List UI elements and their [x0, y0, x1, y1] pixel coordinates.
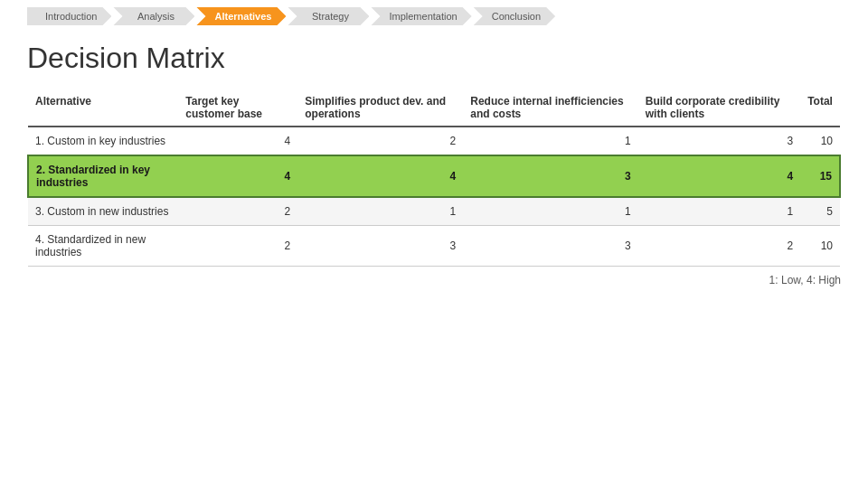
nav-label-conclusion: Conclusion: [492, 11, 541, 22]
nav-label-introduction: Introduction: [45, 11, 97, 22]
col-header-target-key: Target key customer base: [178, 89, 297, 127]
col-header-build-corporate: Build corporate credibility with clients: [638, 89, 800, 127]
cell-r0-c3: 1: [463, 127, 637, 155]
nav-label-implementation: Implementation: [389, 11, 457, 22]
cell-r1-c4: 4: [638, 155, 800, 197]
cell-r3-c4: 2: [638, 226, 800, 267]
cell-r3-c2: 3: [297, 226, 463, 267]
table-row: 1. Custom in key industries421310: [28, 127, 840, 155]
table-body: 1. Custom in key industries4213102. Stan…: [28, 127, 840, 267]
table-row: 3. Custom in new industries21115: [28, 197, 840, 226]
navigation: Introduction Analysis Alternatives Strat…: [0, 0, 868, 33]
cell-r1-c3: 3: [463, 155, 637, 197]
nav-item-alternatives[interactable]: Alternatives: [196, 7, 286, 25]
cell-r0-c0: 1. Custom in key industries: [28, 127, 178, 155]
cell-r3-c5: 10: [800, 226, 840, 267]
cell-r0-c5: 10: [800, 127, 840, 155]
col-header-simplifies-label: Simplifies product dev. and operations: [305, 95, 446, 120]
footer-note: 1: Low, 4: High: [0, 267, 868, 294]
cell-r1-c5: 15: [800, 155, 840, 197]
col-header-total: Total: [800, 89, 840, 127]
cell-r1-c0: 2. Standardized in key industries: [28, 155, 178, 197]
nav-item-strategy[interactable]: Strategy: [288, 7, 369, 25]
decision-matrix-table: Alternative Target key customer base Sim…: [0, 89, 868, 267]
table-row: 4. Standardized in new industries233210: [28, 226, 840, 267]
nav-label-alternatives: Alternatives: [214, 11, 271, 22]
nav-item-introduction[interactable]: Introduction: [27, 7, 111, 25]
col-header-reduce-internal-label: Reduce internal inefficiencies and costs: [470, 95, 623, 120]
nav-item-conclusion[interactable]: Conclusion: [474, 7, 555, 25]
page-title: Decision Matrix: [0, 33, 868, 89]
cell-r3-c3: 3: [463, 226, 637, 267]
footer-note-text: 1: Low, 4: High: [769, 274, 841, 286]
cell-r2-c4: 1: [638, 197, 800, 226]
cell-r2-c2: 1: [297, 197, 463, 226]
cell-r2-c3: 1: [463, 197, 637, 226]
cell-r2-c5: 5: [800, 197, 840, 226]
col-header-simplifies: Simplifies product dev. and operations: [297, 89, 463, 127]
col-header-target-key-label: Target key customer base: [185, 95, 262, 120]
col-header-alternative: Alternative: [28, 89, 178, 127]
nav-label-analysis: Analysis: [137, 11, 175, 22]
col-header-build-corporate-label: Build corporate credibility with clients: [646, 95, 780, 120]
col-header-reduce-internal: Reduce internal inefficiencies and costs: [463, 89, 637, 127]
cell-r3-c1: 2: [178, 226, 297, 267]
nav-label-strategy: Strategy: [312, 11, 349, 22]
table-row: 2. Standardized in key industries443415: [28, 155, 840, 197]
cell-r0-c4: 3: [638, 127, 800, 155]
cell-r3-c0: 4. Standardized in new industries: [28, 226, 178, 267]
cell-r0-c1: 4: [178, 127, 297, 155]
cell-r0-c2: 2: [297, 127, 463, 155]
cell-r1-c2: 4: [297, 155, 463, 197]
cell-r2-c1: 2: [178, 197, 297, 226]
cell-r2-c0: 3. Custom in new industries: [28, 197, 178, 226]
table-header-row: Alternative Target key customer base Sim…: [28, 89, 840, 127]
nav-item-analysis[interactable]: Analysis: [113, 7, 194, 25]
cell-r1-c1: 4: [178, 155, 297, 197]
nav-item-implementation[interactable]: Implementation: [371, 7, 471, 25]
